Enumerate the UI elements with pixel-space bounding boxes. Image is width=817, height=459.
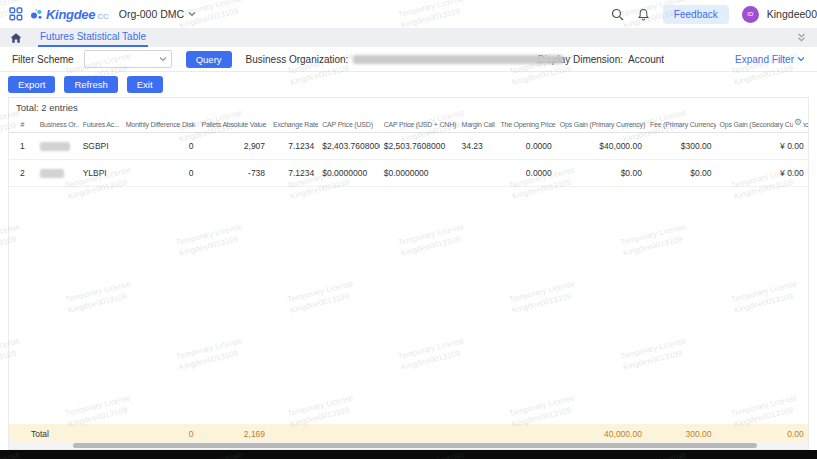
top-bar: Kingdee CC Org-000 DMC Feedback ID Kingd…: [0, 0, 817, 28]
app-launcher-icon[interactable]: [9, 7, 23, 21]
table-cell: 1: [9, 133, 36, 160]
query-button[interactable]: Query: [186, 51, 232, 68]
horizontal-scrollbar[interactable]: [9, 442, 808, 449]
user-name: Kingdee00: [767, 8, 817, 20]
table-cell: $0.0000000: [380, 160, 458, 187]
tab-futures-statistical-table[interactable]: Futures Statistical Table: [38, 28, 148, 47]
column-header[interactable]: CAP Price (USD + CNH): [380, 115, 458, 133]
user-avatar[interactable]: ID: [742, 6, 759, 23]
app-window: Kingdee CC Org-000 DMC Feedback ID Kingd…: [0, 0, 817, 459]
table-header-row: #Business Or...Futures Ac...Monthly Diff…: [9, 115, 808, 133]
filter-scheme-label: Filter Scheme: [12, 54, 74, 65]
total-cell: 0: [122, 424, 198, 442]
table-cell: $40,000.00: [556, 133, 646, 160]
org-switcher[interactable]: Org-000 DMC: [119, 8, 184, 20]
total-cell: [318, 424, 379, 442]
total-cell: 300.00: [646, 424, 716, 442]
filter-bar: Filter Scheme Query Business Organizatio…: [0, 47, 817, 71]
feedback-button[interactable]: Feedback: [663, 5, 729, 24]
table-cell: 0.0000: [496, 160, 555, 187]
column-header[interactable]: Exchange Rate: [269, 115, 318, 133]
tab-bar: Futures Statistical Table: [0, 28, 817, 47]
table-cell: $0.00: [646, 160, 716, 187]
brand-name: Kingdee: [46, 7, 95, 22]
table-cell: 7.1234: [269, 160, 318, 187]
table-cell: -738: [197, 160, 269, 187]
table-cell: ¥ 0.00: [716, 160, 808, 187]
column-header[interactable]: Ops Gain (Primary Currency)i: [556, 115, 646, 133]
table-cell: [458, 160, 497, 187]
redacted-value: [40, 142, 70, 151]
total-cell: [496, 424, 555, 442]
table-row[interactable]: 1SGBPI02,9077.1234$2,403.7608000$2,503.7…: [9, 133, 808, 160]
futures-table: #Business Or...Futures Ac...Monthly Diff…: [9, 115, 808, 187]
table-cell: 0: [122, 133, 198, 160]
total-cell: [269, 424, 318, 442]
search-icon[interactable]: [611, 8, 624, 21]
action-toolbar: Export Refresh Exit: [0, 71, 817, 97]
kingdee-logo: Kingdee CC: [30, 7, 109, 22]
table-cell: $300.00: [646, 133, 716, 160]
expand-filter-label: Expand Filter: [735, 54, 794, 65]
table-cell: YLBPI: [79, 160, 122, 187]
total-cell: [380, 424, 458, 442]
refresh-button[interactable]: Refresh: [64, 76, 117, 93]
table-cell: $2,403.7608000: [318, 133, 379, 160]
column-header[interactable]: Margin Call: [458, 115, 497, 133]
expand-filter-link[interactable]: Expand Filter: [735, 54, 805, 65]
total-cell: 40,000.00: [556, 424, 646, 442]
total-label: Total: [9, 424, 122, 442]
business-organization-redacted-value: [353, 55, 563, 64]
collapse-tabs-icon[interactable]: [796, 32, 807, 43]
table-row[interactable]: 2YLBPI0-7387.1234$0.0000000$0.00000000.0…: [9, 160, 808, 187]
column-header[interactable]: Business Or...: [36, 115, 79, 133]
table-cell: 34.23: [458, 133, 497, 160]
table-scroll-area[interactable]: #Business Or...Futures Ac...Monthly Diff…: [9, 115, 808, 424]
table-cell: 0: [122, 160, 198, 187]
column-header[interactable]: Futures Ac...: [79, 115, 122, 133]
table-cell: $2,503.7608000: [380, 133, 458, 160]
total-cell: 2,169: [197, 424, 269, 442]
redacted-value: [40, 169, 64, 178]
total-entries-text: Total: 2 entries: [9, 98, 808, 115]
table-cell: ¥ 0.00: [716, 133, 808, 160]
table-cell: SGBPI: [79, 133, 122, 160]
total-row-container: Total02,16940,000.00300.000.00: [9, 424, 808, 442]
total-cell: [458, 424, 497, 442]
exit-button[interactable]: Exit: [127, 76, 163, 93]
chevron-down-icon[interactable]: [188, 11, 196, 17]
table-cell: 2,907: [197, 133, 269, 160]
filter-scheme-select[interactable]: [84, 50, 172, 68]
column-header[interactable]: Fee (Primary Currency): [646, 115, 716, 133]
table-cell: 0.0000: [496, 133, 555, 160]
home-icon[interactable]: [10, 32, 22, 44]
column-header[interactable]: Pallets Absolute Value: [197, 115, 269, 133]
total-row: Total02,16940,000.00300.000.00: [9, 424, 808, 442]
column-header[interactable]: #: [9, 115, 36, 133]
bottom-black-bar: [0, 450, 817, 459]
table-cell: $0.00: [556, 160, 646, 187]
column-header[interactable]: CAP Price (USD): [318, 115, 379, 133]
business-organization-label: Business Organization:: [246, 54, 349, 65]
table-cell: 2: [9, 160, 36, 187]
notification-bell-icon[interactable]: [637, 8, 650, 21]
scrollbar-thumb[interactable]: [73, 443, 757, 448]
display-dimension-value: Account: [628, 54, 664, 65]
table-cell: $0.0000000: [318, 160, 379, 187]
column-header[interactable]: Monthly Difference Disk: [122, 115, 198, 133]
logo-dots-icon: [30, 8, 43, 21]
export-button[interactable]: Export: [8, 76, 55, 93]
column-header[interactable]: The Opening Price: [496, 115, 555, 133]
table-cell: 7.1234: [269, 133, 318, 160]
grid-panel: Total: 2 entries #Business Or...Futures …: [8, 97, 809, 450]
total-cell: 0.00: [716, 424, 808, 442]
column-settings-icon[interactable]: ⚙: [793, 117, 803, 127]
brand-suffix: CC: [97, 12, 109, 21]
